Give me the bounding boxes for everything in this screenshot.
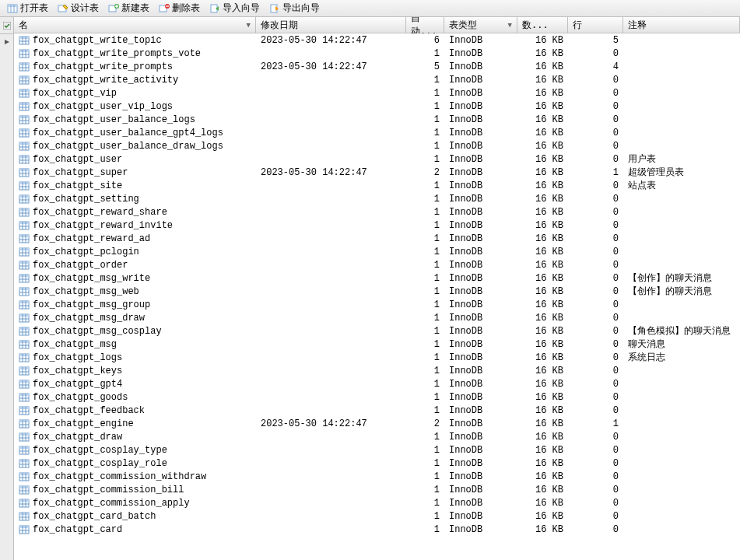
svg-rect-193: [19, 513, 29, 515]
header-auto[interactable]: 自动...: [406, 17, 444, 33]
table-icon: [19, 114, 30, 125]
row-rows: 0: [568, 194, 623, 205]
row-rows: 0: [568, 101, 623, 112]
table-row[interactable]: fox_chatgpt_card1InnoDB16 KB0: [14, 523, 740, 536]
table-row[interactable]: fox_chatgpt_user_balance_logs1InnoDB16 K…: [14, 113, 740, 126]
row-auto: 1: [406, 326, 444, 337]
row-comment: 【创作】的聊天消息: [623, 285, 740, 298]
table-row[interactable]: fox_chatgpt_commission_bill1InnoDB16 KB0: [14, 483, 740, 496]
header-rows[interactable]: 行: [568, 17, 623, 33]
row-auto: 1: [406, 485, 444, 495]
side-tick-icon[interactable]: [0, 17, 13, 34]
table-row[interactable]: fox_chatgpt_card_batch1InnoDB16 KB0: [14, 509, 740, 523]
row-rows: 0: [568, 498, 623, 509]
table-row[interactable]: fox_chatgpt_write_prompts2023-05-30 14:2…: [14, 60, 740, 73]
export-wizard-button[interactable]: 导出向导: [265, 1, 324, 16]
table-row[interactable]: fox_chatgpt_msg_cosplay1InnoDB16 KB0【角色模…: [14, 324, 740, 338]
row-rows: 0: [568, 220, 623, 231]
table-row[interactable]: fox_chatgpt_msg1InnoDB16 KB0聊天消息: [14, 338, 740, 351]
table-row[interactable]: fox_chatgpt_draw1InnoDB16 KB0: [14, 430, 740, 443]
table-row[interactable]: fox_chatgpt_user_balance_gpt4_logs1InnoD…: [14, 126, 740, 139]
table-row[interactable]: fox_chatgpt_site1InnoDB16 KB0站点表: [14, 179, 740, 192]
row-size: 16 KB: [517, 405, 568, 416]
svg-rect-168: [19, 446, 29, 449]
table-row[interactable]: fox_chatgpt_commission_apply1InnoDB16 KB…: [14, 496, 740, 509]
row-rows: 0: [568, 180, 623, 191]
table-row[interactable]: fox_chatgpt_engine2023-05-30 14:22:472In…: [14, 417, 740, 430]
table-row[interactable]: fox_chatgpt_write_activity1InnoDB16 KB0: [14, 73, 740, 86]
import-icon: [209, 3, 220, 14]
table-row[interactable]: fox_chatgpt_user_balance_draw_logs1InnoD…: [14, 139, 740, 152]
table-row[interactable]: fox_chatgpt_super2023-05-30 14:22:472Inn…: [14, 166, 740, 179]
table-row[interactable]: fox_chatgpt_setting1InnoDB16 KB0: [14, 192, 740, 205]
row-name: fox_chatgpt_card: [33, 524, 122, 535]
row-auto: 1: [406, 273, 444, 284]
import-wizard-button[interactable]: 导入向导: [205, 1, 264, 16]
table-row[interactable]: fox_chatgpt_logs1InnoDB16 KB0系统日志: [14, 351, 740, 364]
table-row[interactable]: fox_chatgpt_feedback1InnoDB16 KB0: [14, 404, 740, 417]
table-row[interactable]: fox_chatgpt_order1InnoDB16 KB0: [14, 258, 740, 271]
header-size[interactable]: 数...: [517, 17, 568, 33]
row-size: 16 KB: [517, 167, 568, 178]
table-row[interactable]: fox_chatgpt_gpt41InnoDB16 KB0: [14, 377, 740, 390]
row-auto: 1: [406, 339, 444, 350]
table-icon: [19, 247, 30, 257]
grid-body[interactable]: fox_chatgpt_write_topic2023-05-30 14:22:…: [14, 33, 740, 560]
row-name: fox_chatgpt_msg_draw: [33, 313, 145, 324]
row-name: fox_chatgpt_msg_write: [33, 273, 150, 284]
export-wizard-label: 导出向导: [282, 2, 320, 15]
svg-rect-123: [19, 327, 29, 330]
row-type: InnoDB: [444, 379, 517, 390]
table-row[interactable]: fox_chatgpt_cosplay_type1InnoDB16 KB0: [14, 443, 740, 457]
row-rows: 1: [568, 418, 623, 429]
new-table-button[interactable]: 新建表: [104, 1, 153, 16]
row-name: fox_chatgpt_goods: [33, 392, 128, 403]
row-size: 16 KB: [517, 154, 568, 165]
svg-rect-158: [19, 420, 29, 422]
row-modified: 2023-05-30 14:22:47: [256, 35, 406, 46]
row-name: fox_chatgpt_user: [33, 154, 122, 165]
open-table-button[interactable]: 打开表: [3, 1, 52, 16]
table-row[interactable]: fox_chatgpt_pclogin1InnoDB16 KB0: [14, 245, 740, 258]
row-modified: 2023-05-30 14:22:47: [256, 418, 406, 429]
row-type: InnoDB: [444, 154, 517, 165]
row-name: fox_chatgpt_cosplay_type: [33, 445, 167, 456]
table-row[interactable]: fox_chatgpt_reward_ad1InnoDB16 KB0: [14, 232, 740, 245]
header-type[interactable]: 表类型 ▼: [444, 17, 517, 33]
header-name[interactable]: 名 ▼: [14, 17, 256, 33]
table-row[interactable]: fox_chatgpt_keys1InnoDB16 KB0: [14, 364, 740, 377]
row-type: InnoDB: [444, 339, 517, 350]
row-comment: 聊天消息: [623, 338, 740, 351]
svg-rect-1: [8, 5, 17, 7]
table-row[interactable]: fox_chatgpt_reward_share1InnoDB16 KB0: [14, 205, 740, 219]
table-icon: [19, 458, 30, 469]
svg-rect-163: [19, 433, 29, 436]
row-rows: 0: [568, 128, 623, 138]
table-row[interactable]: fox_chatgpt_reward_invite1InnoDB16 KB0: [14, 219, 740, 232]
row-size: 16 KB: [517, 498, 568, 509]
row-name: fox_chatgpt_user_balance_draw_logs: [33, 141, 223, 152]
delete-table-button[interactable]: 删除表: [155, 1, 204, 16]
table-row[interactable]: fox_chatgpt_write_prompts_vote1InnoDB16 …: [14, 47, 740, 60]
table-icon: [19, 299, 30, 310]
row-rows: 0: [568, 299, 623, 310]
table-row[interactable]: fox_chatgpt_goods1InnoDB16 KB0: [14, 390, 740, 404]
design-table-button[interactable]: 设计表: [54, 1, 103, 16]
table-row[interactable]: fox_chatgpt_vip1InnoDB16 KB0: [14, 86, 740, 100]
header-modified[interactable]: 修改日期: [256, 17, 406, 33]
table-row[interactable]: fox_chatgpt_msg_group1InnoDB16 KB0: [14, 298, 740, 311]
table-row[interactable]: fox_chatgpt_msg_write1InnoDB16 KB0【创作】的聊…: [14, 271, 740, 285]
table-row[interactable]: fox_chatgpt_user_vip_logs1InnoDB16 KB0: [14, 100, 740, 113]
row-type: InnoDB: [444, 247, 517, 257]
table-row[interactable]: fox_chatgpt_msg_web1InnoDB16 KB0【创作】的聊天消…: [14, 285, 740, 298]
header-comment[interactable]: 注释: [623, 17, 740, 33]
table-row[interactable]: fox_chatgpt_msg_draw1InnoDB16 KB0: [14, 311, 740, 324]
row-type: InnoDB: [444, 101, 517, 112]
table-row[interactable]: fox_chatgpt_user1InnoDB16 KB0用户表: [14, 152, 740, 166]
row-type: InnoDB: [444, 48, 517, 59]
table-row[interactable]: fox_chatgpt_cosplay_role1InnoDB16 KB0: [14, 457, 740, 470]
table-row[interactable]: fox_chatgpt_write_topic2023-05-30 14:22:…: [14, 33, 740, 47]
table-row[interactable]: fox_chatgpt_commission_withdraw1InnoDB16…: [14, 470, 740, 483]
side-arrow-icon[interactable]: [0, 34, 13, 560]
table-icon: [19, 207, 30, 218]
